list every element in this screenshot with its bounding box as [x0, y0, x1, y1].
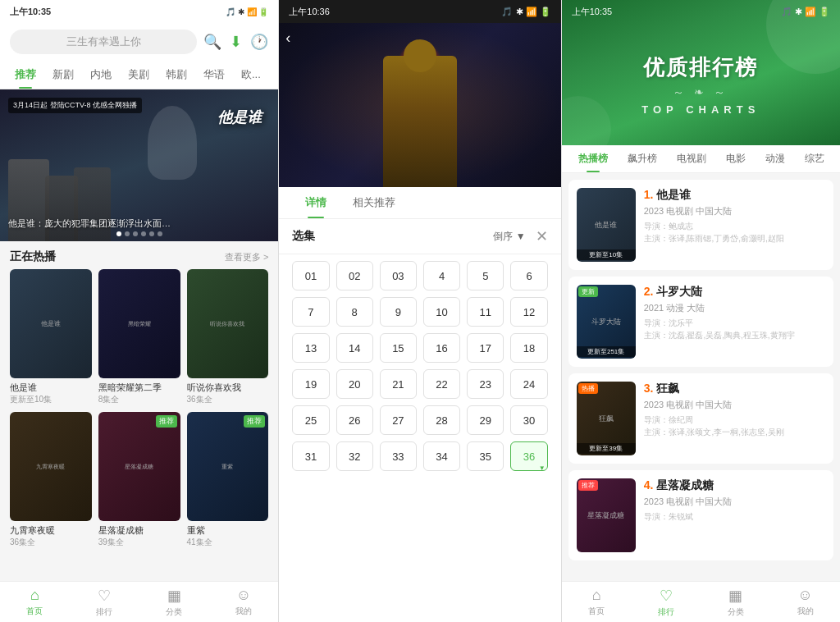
ep-09[interactable]: 9: [380, 297, 417, 327]
dot-5: [149, 231, 154, 236]
tab-variety[interactable]: 综艺: [795, 145, 834, 172]
ep-12[interactable]: 12: [510, 297, 547, 327]
chart-cast-2: 主演：沈磊,翟磊,吴磊,陶典,程玉珠,黄翔宇: [644, 329, 825, 341]
ep-04[interactable]: 4: [423, 261, 460, 290]
hero-title: 他是谁: [217, 106, 262, 127]
tab-korean[interactable]: 韩剧: [158, 61, 195, 89]
card-like-you[interactable]: 听说你喜欢我 听说你喜欢我 36集全: [187, 269, 269, 405]
ep-28[interactable]: 28: [423, 405, 460, 435]
tab-detail[interactable]: 详情: [292, 187, 340, 218]
panel1-status-icons: 🎵 ✱ 📶 🔋: [226, 7, 268, 16]
ep-14[interactable]: 14: [336, 333, 373, 363]
card-chongzi[interactable]: 重紫 推荐 重紫 41集全: [187, 412, 269, 548]
card-xingluo[interactable]: 星落凝成糖 推荐 星落凝成糖 39集全: [98, 412, 180, 548]
search-input[interactable]: 三生有幸遇上你: [10, 30, 197, 54]
panel3-nav-rank[interactable]: ♡ 排行: [631, 582, 701, 622]
tab-europe[interactable]: 欧...: [233, 61, 269, 89]
panel3-nav-profile[interactable]: ☺ 我的: [770, 582, 840, 622]
chart-name-3: 狂飙: [656, 382, 679, 396]
download-icon[interactable]: ⬇: [230, 33, 242, 51]
chart-item-2[interactable]: 斗罗大陆 更新 更新至251集 2. 斗罗大陆 2021 动漫 大陆 导演：沈乐…: [568, 277, 833, 367]
card-title-3: 听说你喜欢我: [187, 382, 269, 394]
tab-anime[interactable]: 动漫: [756, 145, 795, 172]
ep-22[interactable]: 22: [423, 369, 460, 399]
hero-dots: [116, 231, 162, 236]
ep-11[interactable]: 11: [467, 297, 504, 327]
panel3-category-icon: ▦: [728, 587, 742, 605]
video-player[interactable]: ‹: [279, 23, 560, 187]
ep-15[interactable]: 15: [380, 333, 417, 363]
ep-36[interactable]: 36: [510, 441, 547, 471]
search-icon-group: 🔍 ⬇ 🕐: [203, 33, 268, 51]
ep-23[interactable]: 23: [467, 369, 504, 399]
chart-update-badge-2: 更新至251集: [577, 346, 636, 357]
detail-tabs: 详情 相关推荐: [279, 187, 560, 219]
ep-21[interactable]: 21: [380, 369, 417, 399]
ep-02[interactable]: 02: [336, 261, 373, 290]
section-hot-more[interactable]: 查看更多 >: [225, 251, 268, 263]
card-sub-3: 36集全: [187, 394, 269, 405]
card-jiuxiao[interactable]: 九霄寒夜暖 九霄寒夜暖 36集全: [10, 412, 92, 548]
ep-18[interactable]: 18: [510, 333, 547, 363]
card-sub-2: 8集全: [98, 394, 180, 405]
back-button[interactable]: ‹: [285, 30, 290, 47]
panel3-nav-category[interactable]: ▦ 分类: [701, 582, 770, 622]
ep-01[interactable]: 01: [292, 261, 329, 290]
card-glory[interactable]: 黑暗荣耀 黑暗荣耀第二季 8集全: [98, 269, 180, 405]
ep-10[interactable]: 10: [423, 297, 460, 327]
nav-rank[interactable]: ♡ 排行: [70, 582, 139, 622]
ep-06[interactable]: 6: [510, 261, 547, 290]
search-icon[interactable]: 🔍: [203, 33, 221, 51]
tab-related[interactable]: 相关推荐: [340, 187, 409, 218]
sort-button[interactable]: 倒序 ▼: [493, 230, 526, 244]
ep-08[interactable]: 8: [336, 297, 373, 327]
ep-27[interactable]: 27: [380, 405, 417, 435]
panel2-time: 上午10:36: [289, 6, 330, 18]
ep-30[interactable]: 30: [510, 405, 547, 435]
tab-movie[interactable]: 电影: [716, 145, 756, 172]
chart-tabs: 热播榜 飙升榜 电视剧 电影 动漫 综艺: [562, 145, 840, 173]
tab-mainland[interactable]: 内地: [82, 61, 120, 89]
tab-hot[interactable]: 热播榜: [568, 145, 618, 172]
tab-newdrama[interactable]: 新剧: [44, 61, 82, 89]
chart-item-4[interactable]: 星落凝成糖 推荐 4. 星落凝成糖 2023 电视剧 中国大陆 导演：朱锐斌: [568, 470, 833, 560]
hero-desc: 他是谁：庞大的犯罪集团逐渐浮出水面…: [8, 217, 171, 230]
ep-24[interactable]: 24: [510, 369, 547, 399]
chart-director-2: 导演：沈乐平: [644, 317, 825, 329]
ep-07[interactable]: 7: [292, 297, 329, 327]
panel3-nav-home[interactable]: ⌂ 首页: [562, 582, 632, 622]
chart-item-1[interactable]: 他是谁 更新至10集 1. 他是谁 2023 电视剧 中国大陆 导演：鲍成志 主…: [568, 180, 833, 270]
ep-16[interactable]: 16: [423, 333, 460, 363]
close-button[interactable]: ✕: [536, 227, 548, 245]
ep-19[interactable]: 19: [292, 369, 329, 399]
nav-profile[interactable]: ☺ 我的: [208, 582, 278, 622]
tab-recommend[interactable]: 推荐: [7, 61, 44, 89]
profile-icon: ☺: [236, 587, 251, 604]
nav-category[interactable]: ▦ 分类: [139, 582, 209, 622]
ep-33[interactable]: 33: [380, 441, 417, 471]
chart-item-3[interactable]: 狂飙 热播 更新至39集 3. 狂飙 2023 电视剧 中国大陆 导演：徐纪周 …: [568, 373, 833, 464]
ep-20[interactable]: 20: [336, 369, 373, 399]
tab-us[interactable]: 美剧: [120, 61, 158, 89]
ep-25[interactable]: 25: [292, 405, 329, 435]
panel1-status-bar: 上午10:35 🎵 ✱ 📶 🔋: [0, 0, 278, 23]
ep-35[interactable]: 35: [467, 441, 504, 471]
ep-17[interactable]: 17: [467, 333, 504, 363]
rank-number-2: 2.: [644, 285, 654, 298]
tab-rising[interactable]: 飙升榜: [618, 145, 667, 172]
ep-03[interactable]: 03: [380, 261, 417, 290]
tab-tv[interactable]: 电视剧: [667, 145, 716, 172]
history-icon[interactable]: 🕐: [250, 33, 268, 51]
chart-info-4: 4. 星落凝成糖 2023 电视剧 中国大陆 导演：朱锐斌: [644, 478, 825, 523]
ep-26[interactable]: 26: [336, 405, 373, 435]
card-ta-shi-shui[interactable]: 他是谁 他是谁 更新至10集: [10, 269, 92, 405]
ep-31[interactable]: 31: [292, 441, 329, 471]
ep-34[interactable]: 34: [423, 441, 460, 471]
nav-home[interactable]: ⌂ 首页: [0, 582, 70, 622]
ep-32[interactable]: 32: [336, 441, 373, 471]
ep-13[interactable]: 13: [292, 333, 329, 363]
ep-29[interactable]: 29: [467, 405, 504, 435]
ep-05[interactable]: 5: [467, 261, 504, 290]
tab-chinese[interactable]: 华语: [195, 61, 233, 89]
hero-banner[interactable]: 3月14日起 登陆CCTV-8 优感全网独播 他是谁 他是谁：庞大的犯罪集团逐渐…: [0, 89, 278, 241]
